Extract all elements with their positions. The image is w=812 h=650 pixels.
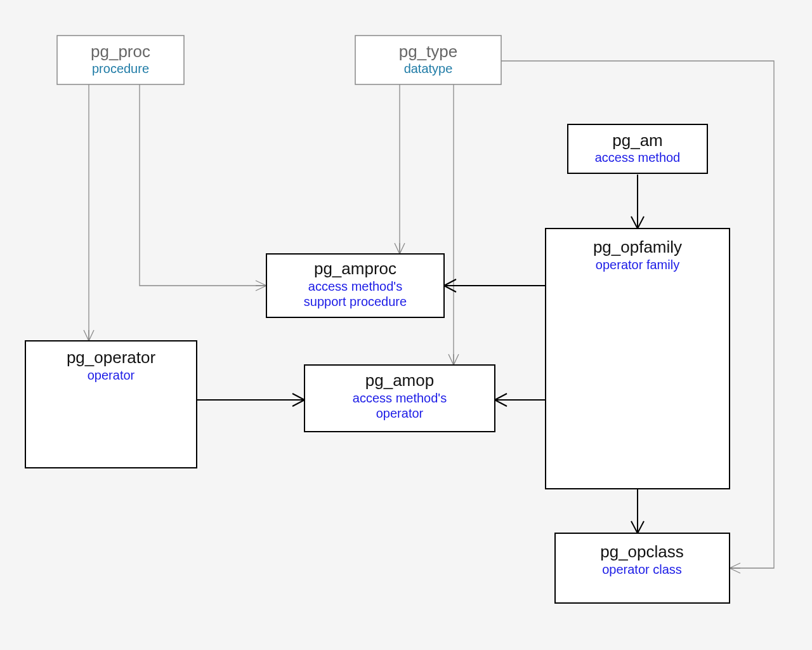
entity-pg-opclass: pg_opclass operator class	[555, 533, 730, 603]
entity-title: pg_operator	[67, 348, 156, 367]
rel-pgproc-pgoperator	[84, 84, 94, 341]
entity-pg-opfamily: pg_opfamily operator family	[546, 229, 730, 489]
entity-pg-operator: pg_operator operator	[25, 341, 197, 468]
rel-pgam-pgopfamily	[631, 175, 644, 229]
er-diagram: pg_proc procedure pg_type datatype pg_am…	[0, 0, 812, 650]
rel-pgoperator-pgamop	[197, 394, 304, 406]
entity-pg-am: pg_am access method	[568, 124, 707, 173]
entity-subtitle: operator class	[602, 562, 682, 576]
entity-title: pg_opfamily	[593, 237, 682, 256]
entity-pg-proc: pg_proc procedure	[57, 36, 184, 84]
rel-pgopfamily-pgopclass	[631, 489, 644, 533]
entity-subtitle: datatype	[404, 62, 453, 76]
entity-subtitle-1: access method's	[308, 279, 402, 293]
entity-title: pg_am	[612, 131, 663, 150]
entity-title: pg_amproc	[314, 259, 396, 278]
rel-pgtype-pgamop	[449, 84, 459, 365]
entity-title: pg_proc	[91, 42, 150, 61]
entity-subtitle: operator	[88, 368, 135, 382]
entity-pg-amproc: pg_amproc access method's support proced…	[266, 254, 444, 317]
entity-subtitle: access method	[595, 150, 681, 164]
rel-pgopfamily-pgamop	[495, 394, 546, 406]
entity-subtitle-1: access method's	[353, 391, 447, 405]
entity-title: pg_amop	[365, 371, 434, 390]
rel-pgopfamily-pgamproc	[444, 279, 546, 292]
rel-pgproc-pgamproc	[140, 84, 266, 291]
entity-subtitle-2: operator	[376, 406, 424, 420]
entity-subtitle: procedure	[92, 62, 149, 76]
entity-pg-type: pg_type datatype	[355, 36, 501, 84]
entity-pg-amop: pg_amop access method's operator	[304, 365, 495, 432]
rel-pgtype-pgamproc	[395, 84, 405, 254]
entity-title: pg_opclass	[600, 542, 684, 561]
entity-title: pg_type	[399, 42, 458, 61]
entity-subtitle-2: support procedure	[304, 295, 407, 308]
entity-subtitle: operator family	[596, 258, 679, 272]
